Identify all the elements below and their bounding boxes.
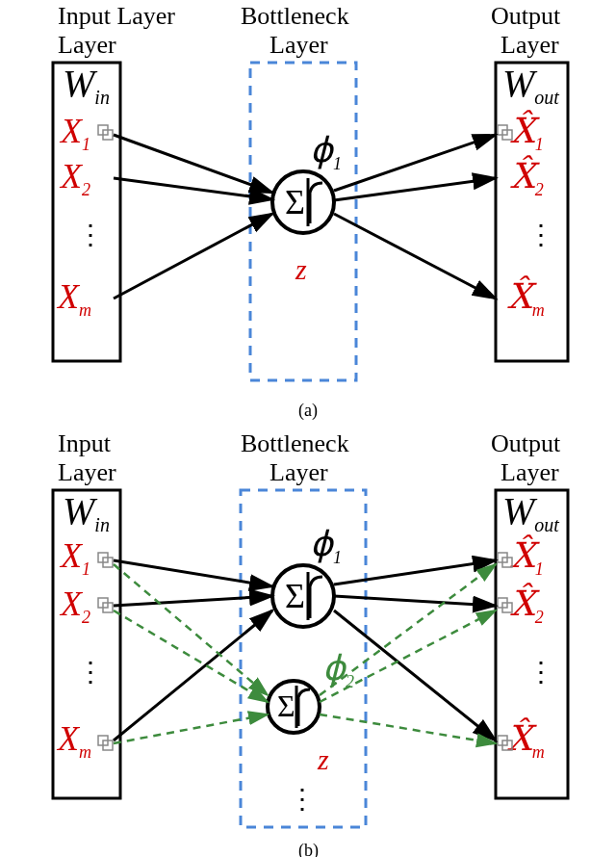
svg-line-7: [114, 178, 272, 199]
svg-text:Σ: Σ: [277, 688, 295, 723]
output-dots: ⋮: [527, 220, 554, 249]
input-x1: X1: [59, 112, 90, 154]
label-output: Output: [491, 2, 561, 30]
svg-text:Layer: Layer: [58, 458, 116, 486]
svg-text:X̂2: X̂2: [510, 583, 544, 627]
diagram-a: Input Layer Layer Bottleneck Layer Outpu…: [0, 0, 616, 424]
w-out-label: Wout: [502, 62, 559, 108]
output-xh2: X̂2: [510, 155, 544, 199]
bottleneck-box: [241, 490, 366, 827]
svg-line-43: [114, 560, 272, 586]
caption-b: (b): [298, 841, 319, 857]
svg-line-48: [334, 610, 496, 740]
svg-text:Layer: Layer: [270, 458, 328, 486]
z-label: z: [295, 253, 307, 285]
svg-text:Σ: Σ: [285, 577, 305, 615]
svg-text:X̂m: X̂m: [507, 717, 545, 762]
output-xh1: X̂1: [510, 110, 544, 154]
svg-text:X2: X2: [59, 584, 90, 627]
svg-line-47: [334, 596, 496, 606]
z-label: z: [317, 743, 329, 775]
figure-a: Input Layer Layer Bottleneck Layer Outpu…: [0, 0, 616, 428]
bottleneck-dots: ⋮: [289, 784, 316, 814]
svg-line-50: [114, 714, 268, 743]
svg-text:Layer: Layer: [500, 31, 559, 59]
diagram-b: Input Layer Bottleneck Layer Output Laye…: [0, 428, 616, 857]
svg-text:Layer: Layer: [270, 31, 328, 59]
svg-text:Win: Win: [63, 489, 110, 535]
output-xhm: X̂m: [507, 275, 545, 320]
phi1-label: ϕ1: [310, 525, 342, 567]
svg-line-52: [320, 610, 496, 702]
svg-text:Bottleneck: Bottleneck: [241, 429, 349, 457]
figure-b: Input Layer Bottleneck Layer Output Laye…: [0, 428, 616, 857]
w-in-label: Win: [63, 62, 110, 108]
svg-text:Wout: Wout: [502, 489, 559, 535]
svg-text:⋮: ⋮: [527, 657, 554, 687]
svg-text:Xm: Xm: [56, 719, 91, 762]
caption-a: (a): [298, 401, 318, 421]
svg-text:⋮: ⋮: [77, 657, 104, 687]
activation-icon: [310, 183, 322, 223]
svg-line-8: [114, 214, 272, 299]
sigma-icon: Σ: [285, 183, 305, 221]
svg-text:X̂1: X̂1: [510, 534, 544, 579]
phi2-label: ϕ2: [322, 649, 354, 691]
svg-line-45: [114, 610, 272, 740]
phi1-label: ϕ1: [310, 131, 342, 173]
svg-line-10: [334, 214, 496, 299]
edge-in-1: [114, 135, 272, 193]
input-xm: Xm: [56, 277, 91, 320]
svg-text:Input: Input: [58, 429, 112, 457]
svg-text:Output: Output: [491, 429, 561, 457]
edge-green: [114, 564, 268, 695]
bottleneck-box: [250, 63, 356, 380]
input-dots: ⋮: [77, 220, 104, 249]
label-input-layer: Input Layer: [58, 2, 175, 30]
label-input-layer2: Layer: [58, 31, 116, 59]
svg-text:Layer: Layer: [500, 458, 559, 486]
input-x2: X2: [59, 157, 90, 199]
label-bottleneck: Bottleneck: [241, 2, 349, 30]
svg-line-49: [114, 610, 268, 702]
svg-text:X1: X1: [59, 536, 90, 579]
svg-line-44: [114, 596, 272, 606]
